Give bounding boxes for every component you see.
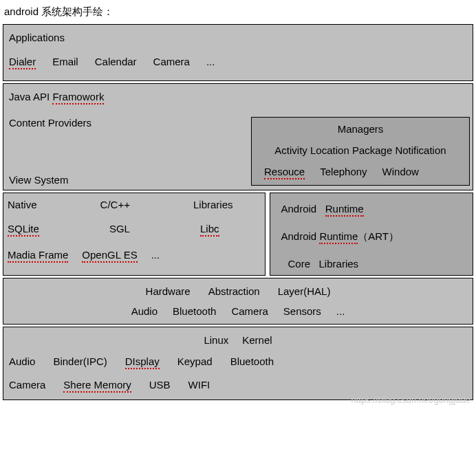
hal-item: Audio [131, 305, 158, 317]
native-title-part: Libraries [193, 199, 233, 210]
watermark: https://blog.csdn.net/gongjdde [351, 395, 470, 405]
applications-layer: Applications Dialer Email Calendar Camer… [3, 24, 473, 81]
kernel-title-part: Linux [204, 334, 228, 346]
runtime-title-part: Android [281, 203, 317, 215]
native-lib: SQLite [8, 223, 39, 237]
managers-row1: Activity Location Package Notification [259, 144, 462, 156]
hal-title-part: Layer(HAL) [278, 285, 331, 297]
framework-left: Content Providers View System [9, 117, 251, 186]
manager-item: Window [382, 166, 419, 179]
hal-layer: Hardware Abstraction Layer(HAL) Audio Bl… [3, 278, 473, 325]
view-system-label: View System [9, 174, 244, 186]
manager-item: Resouce [264, 166, 305, 179]
runtime-core: Core Libraries [281, 258, 462, 270]
kernel-item: Binder(IPC) [53, 355, 107, 369]
hal-item: ... [336, 305, 345, 317]
kernel-item: Audio [9, 355, 35, 369]
hal-items: Audio Bluetooth Camera Sensors ... [9, 305, 467, 317]
kernel-item: Bluetooth [230, 355, 274, 369]
native-layer: Native C/C++ Libraries SQLite SGL Libc M… [3, 193, 266, 276]
kernel-item: Camera [9, 379, 45, 393]
content-providers-label: Content Providers [9, 117, 244, 129]
hal-item: Bluetooth [173, 305, 216, 317]
kernel-layer: Linux Kernel Audio Binder(IPC) DIsplay K… [3, 327, 473, 400]
app-item: Email [52, 56, 78, 69]
native-title-part: Native [8, 199, 37, 210]
app-item: Camera [153, 56, 190, 69]
native-lib: OpenGL ES [82, 249, 137, 263]
native-lib: Madia Frame [8, 249, 68, 263]
runtime-layer: Android Runtime Android Runtime（ART） Cor… [270, 193, 474, 276]
app-item: Calendar [95, 56, 137, 69]
hal-title-part: Hardware [146, 285, 191, 297]
app-item: Dialer [9, 56, 36, 69]
applications-items: Dialer Email Calendar Camera ... [9, 56, 467, 69]
runtime-core-part: Core [288, 258, 311, 270]
kernel-item: Shere Memory [63, 379, 131, 393]
diagram-title: android 系统架构手绘： [4, 6, 473, 19]
native-lib: SGL [109, 223, 130, 237]
hal-title: Hardware Abstraction Layer(HAL) [9, 285, 467, 297]
kernel-row1: Audio Binder(IPC) DIsplay Keypad Bluetoo… [9, 355, 467, 369]
runtime-title: Android Runtime [281, 203, 462, 217]
hal-item: Sensors [283, 305, 321, 317]
native-lib: ... [151, 249, 160, 263]
kernel-item: WIFI [188, 379, 210, 393]
native-runtime-row: Native C/C++ Libraries SQLite SGL Libc M… [3, 193, 473, 276]
native-libs-row1: SQLite SGL Libc [8, 223, 261, 237]
kernel-title: Linux Kernel [9, 334, 467, 346]
framework-underline: Framowork [52, 91, 104, 105]
kernel-row2: Camera Shere Memory USB WIFI [9, 379, 467, 393]
managers-row2: Resouce Telephony Window [259, 166, 462, 179]
native-lib: Libc [200, 223, 219, 237]
manager-item: Telephony [320, 166, 367, 179]
kernel-item: Keypad [177, 355, 213, 369]
managers-title: Managers [259, 123, 462, 135]
runtime-art: Android Runtime（ART） [281, 230, 462, 244]
native-title-row: Native C/C++ Libraries [8, 199, 261, 210]
framework-title: Java API Framowork [9, 91, 467, 105]
native-title-part: C/C++ [100, 199, 130, 210]
managers-box: Managers Activity Location Package Notif… [251, 117, 470, 186]
kernel-item: USB [149, 379, 171, 393]
runtime-title-part: Runtime [325, 203, 364, 217]
hal-item: Camera [231, 305, 268, 317]
native-libs-row2: Madia Frame OpenGL ES ... [8, 249, 261, 263]
kernel-item: DIsplay [125, 355, 160, 369]
runtime-core-part: Libraries [319, 258, 359, 270]
kernel-title-part: Kernel [242, 334, 272, 346]
hal-title-part: Abstraction [208, 285, 260, 297]
app-item: ... [206, 56, 215, 69]
framework-layer: Java API Framowork Content Providers Vie… [3, 83, 473, 190]
applications-title: Applications [9, 32, 467, 43]
